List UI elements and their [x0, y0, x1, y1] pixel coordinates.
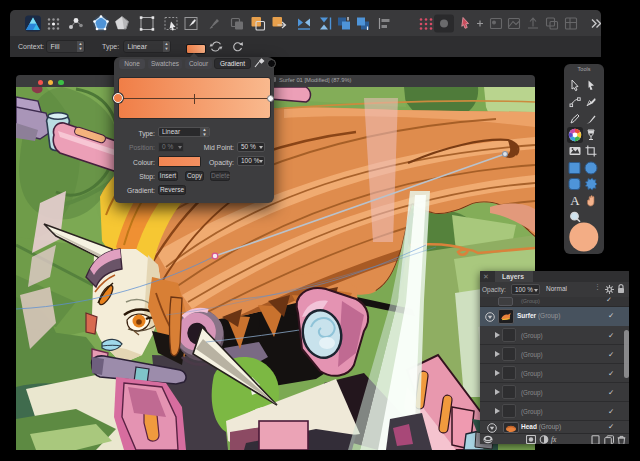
svg-text:A: A [570, 193, 580, 208]
svg-text:Tools: Tools [578, 66, 591, 72]
